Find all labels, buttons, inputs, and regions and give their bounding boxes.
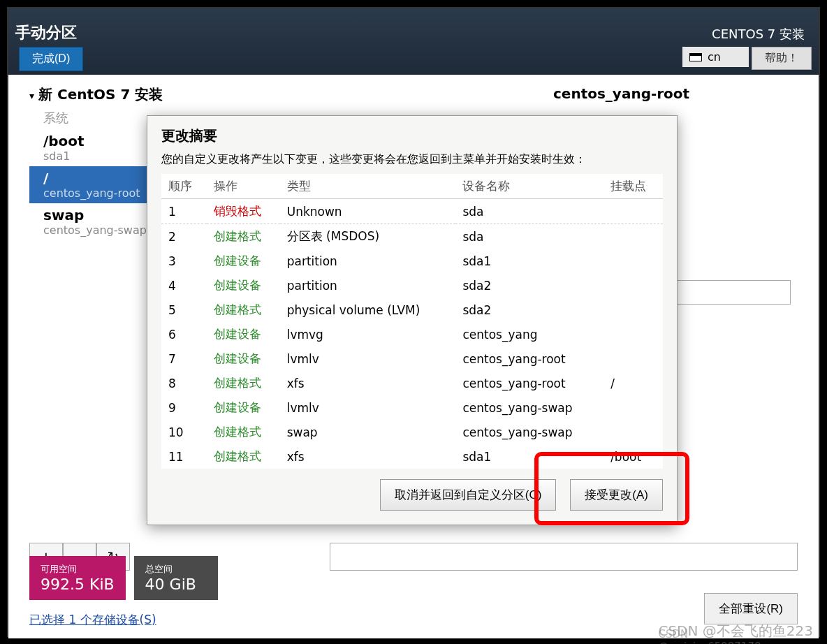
keyboard-layout-indicator[interactable]: cn [682,47,749,67]
table-row[interactable]: 2创建格式分区表 (MSDOS)sda [161,224,663,249]
table-row[interactable]: 9创建设备lvmlvcentos_yang-swap [161,395,663,420]
table-row[interactable]: 5创建格式physical volume (LVM)sda2 [161,298,663,322]
dialog-title: 更改摘要 [161,126,663,145]
watermark: CSDN @不会飞的鱼223 CSDN @weixin_65987178 [658,622,813,641]
done-button[interactable]: 完成(D) [19,47,83,71]
table-row[interactable]: 3创建设备partitionsda1 [161,249,663,273]
change-table: 顺序 操作 类型 设备名称 挂载点 1销毁格式Unknownsda2创建格式分区… [161,174,663,469]
col-order[interactable]: 顺序 [161,174,207,199]
new-install-title[interactable]: 新 CentOS 7 安装 [29,85,379,104]
col-mount[interactable]: 挂载点 [603,174,663,199]
install-label: CENTOS 7 安装 [712,26,805,43]
help-button[interactable]: 帮助！ [752,47,812,70]
table-row[interactable]: 11创建格式xfssda1/boot [161,444,663,469]
label-input[interactable] [330,543,798,571]
storage-devices-link[interactable]: 已选择 1 个存储设备(S) [29,612,156,628]
col-type[interactable]: 类型 [280,174,456,199]
dialog-description: 您的自定义更改将产生以下变更，这些变更将会在您返回到主菜单并开始安装时生效： [161,152,663,167]
reset-all-button[interactable]: 全部重设(R) [704,593,798,624]
table-row[interactable]: 10创建格式swapcentos_yang-swap [161,420,663,444]
col-action[interactable]: 操作 [207,174,280,199]
space-cards: 可用空间 992.5 KiB 总空间 40 GiB [29,556,218,600]
keyboard-icon [689,53,702,61]
total-value: 40 GiB [145,576,207,593]
table-row[interactable]: 7创建设备lvmlvcentos_yang-root [161,346,663,371]
cancel-button[interactable]: 取消并返回到自定义分区(C) [380,479,557,511]
accept-changes-button[interactable]: 接受更改(A) [570,479,663,511]
total-space-card: 总空间 40 GiB [134,556,218,600]
col-device[interactable]: 设备名称 [455,174,603,199]
table-row[interactable]: 8创建格式xfscentos_yang-root/ [161,371,663,395]
change-summary-dialog: 更改摘要 您的自定义更改将产生以下变更，这些变更将会在您返回到主菜单并开始安装时… [147,115,678,525]
table-row[interactable]: 1销毁格式Unknownsda [161,199,663,224]
page-title: 手动分区 [15,22,77,43]
header-bar: 手动分区 完成(D) CENTOS 7 安装 cn 帮助！ [8,8,819,75]
table-row[interactable]: 4创建设备partitionsda2 [161,273,663,298]
total-label: 总空间 [145,563,207,576]
avail-label: 可用空间 [41,563,115,576]
lang-code: cn [708,50,721,64]
available-space-card: 可用空间 992.5 KiB [29,556,126,600]
table-row[interactable]: 6创建设备lvmvgcentos_yang [161,322,663,346]
selected-device-title: centos_yang-root [553,85,791,102]
avail-value: 992.5 KiB [41,576,115,593]
